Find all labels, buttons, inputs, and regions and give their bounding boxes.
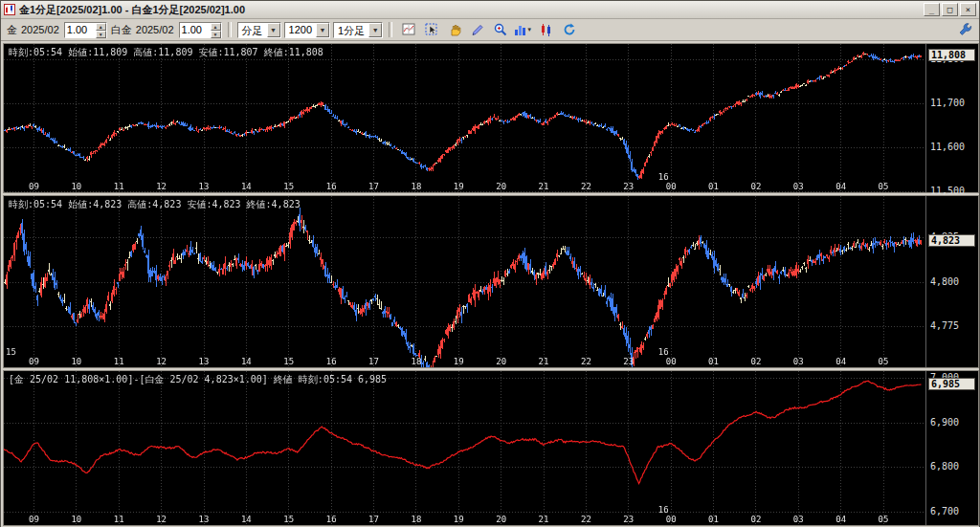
- spread-chart-plot[interactable]: [4, 371, 925, 525]
- gold-contract-month: 2025/02: [21, 24, 59, 35]
- y-axis-label: 6,800: [930, 461, 959, 472]
- wrench-icon: [958, 22, 973, 37]
- toolbar-separator: [389, 22, 392, 37]
- gold-label: 金: [7, 23, 17, 37]
- bar-count-value[interactable]: 1200: [285, 23, 316, 37]
- bar-count-combo[interactable]: 1200 ▼: [284, 22, 330, 38]
- gold-chart-info: 時刻:05:54 始値:11,809 高値:11,809 安値:11,807 終…: [9, 46, 323, 59]
- title-bar[interactable]: 金1分足[2025/02]1.00 - 白金1分足[2025/02]1.00 _…: [1, 1, 979, 19]
- platinum-ratio-down-arrow-icon[interactable]: ▼: [211, 31, 221, 38]
- zoom-icon: [493, 22, 508, 37]
- period-type-dropdown-icon[interactable]: ▼: [267, 23, 280, 37]
- platinum-ratio-value[interactable]: 1.00: [180, 23, 211, 37]
- y-axis-label: 4,775: [930, 320, 959, 331]
- gold-ratio-up-arrow-icon[interactable]: ▲: [96, 23, 106, 31]
- select-cursor-icon: [424, 22, 439, 37]
- pan-tool-button[interactable]: [444, 21, 464, 39]
- platinum-ratio-up-arrow-icon[interactable]: ▲: [211, 23, 221, 31]
- platinum-contract-month: 2025/02: [136, 24, 174, 35]
- bar-count-dropdown-icon[interactable]: ▼: [316, 23, 329, 37]
- y-axis-label: 11,600: [930, 142, 965, 152]
- gold-ratio-spinner[interactable]: 1.00 ▲ ▼: [64, 22, 107, 38]
- spread-chart-info: [金 25/02 11,808×1.00]-[白金 25/02 4,823×1.…: [9, 373, 387, 386]
- platinum-ratio-spinner[interactable]: 1.00 ▲ ▼: [179, 22, 222, 38]
- spread-price-axis: 6,985 7,0006,9006,8006,700: [925, 371, 978, 525]
- toolbar-separator: [228, 22, 232, 37]
- toolbar: 金 2025/02 1.00 ▲ ▼ 白金 2025/02 1.00 ▲ ▼ 分…: [1, 19, 979, 41]
- chart-grid-icon: [401, 22, 416, 37]
- chart-area: 時刻:05:54 始値:11,809 高値:11,809 安値:11,807 終…: [1, 41, 979, 527]
- platinum-price-axis: 4,823 4,8254,8004,775: [925, 196, 978, 367]
- app-window: 金1分足[2025/02]1.00 - 白金1分足[2025/02]1.00 _…: [0, 0, 980, 527]
- spread-price-tag: 6,985: [928, 378, 975, 390]
- bar-chart-icon: [514, 22, 527, 37]
- zoom-tool-button[interactable]: [490, 21, 510, 39]
- hand-icon: [447, 22, 462, 37]
- refresh-icon: [562, 22, 577, 37]
- y-axis-label: 4,800: [930, 276, 959, 287]
- refresh-button[interactable]: [559, 21, 579, 39]
- select-tool-button[interactable]: [421, 21, 441, 39]
- y-axis-label: 6,700: [930, 506, 959, 516]
- platinum-price-tag: 4,823: [928, 234, 975, 247]
- platinum-chart-info: 時刻:05:54 始値:4,823 高値:4,823 安値:4,823 終値:4…: [9, 198, 301, 211]
- period-type-combo[interactable]: 分足 ▼: [237, 22, 281, 38]
- indicator-button[interactable]: ▼: [513, 21, 533, 39]
- platinum-chart-panel: 時刻:05:54 始値:4,823 高値:4,823 安値:4,823 終値:4…: [3, 195, 979, 368]
- candle-chart-icon: [539, 22, 554, 37]
- gold-price-axis: 11,808 11,80011,70011,60011,500: [925, 44, 978, 192]
- y-axis-label: 6,900: [930, 417, 959, 428]
- gold-chart-panel: 時刻:05:54 始値:11,809 高値:11,809 安値:11,807 終…: [3, 43, 979, 193]
- draw-tool-button[interactable]: [467, 21, 487, 39]
- gold-ratio-down-arrow-icon[interactable]: ▼: [96, 31, 106, 38]
- indicator-dropdown-icon: ▼: [526, 27, 532, 33]
- maximize-button[interactable]: □: [942, 3, 958, 16]
- settings-button[interactable]: [955, 20, 975, 38]
- gold-price-tag: 11,808: [928, 49, 975, 61]
- app-icon: [4, 4, 15, 15]
- y-axis-label: 11,700: [930, 98, 965, 108]
- gold-ratio-value[interactable]: 1.00: [65, 23, 96, 37]
- platinum-label: 白金: [111, 23, 132, 37]
- pencil-icon: [470, 22, 485, 37]
- timeframe-combo[interactable]: 1分足 ▼: [333, 22, 383, 38]
- platinum-chart-plot[interactable]: [4, 196, 925, 367]
- chart-type-button[interactable]: [536, 21, 556, 39]
- chart-settings-button[interactable]: [398, 21, 418, 39]
- minimize-button[interactable]: _: [924, 3, 940, 16]
- spread-chart-panel: [金 25/02 11,808×1.00]-[白金 25/02 4,823×1.…: [3, 370, 979, 526]
- period-type-value[interactable]: 分足: [238, 23, 267, 37]
- window-title: 金1分足[2025/02]1.00 - 白金1分足[2025/02]1.00: [19, 3, 922, 17]
- gold-chart-plot[interactable]: [4, 44, 925, 192]
- close-button[interactable]: ×: [960, 3, 976, 16]
- timeframe-dropdown-icon[interactable]: ▼: [368, 23, 382, 37]
- timeframe-value[interactable]: 1分足: [334, 23, 368, 37]
